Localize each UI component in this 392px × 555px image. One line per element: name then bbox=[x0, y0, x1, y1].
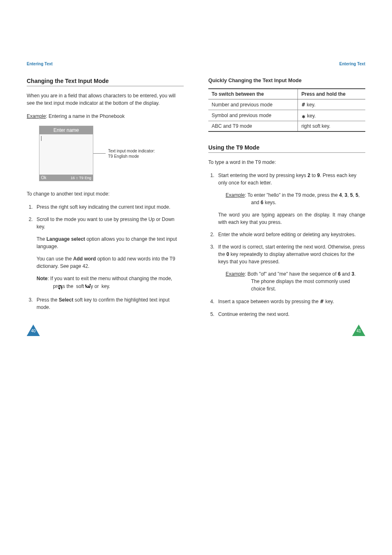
example-label: Example bbox=[27, 113, 46, 119]
heading-t9-mode: Using the T9 Mode bbox=[208, 144, 365, 153]
key-9: 9 bbox=[317, 173, 320, 178]
step-2: Scroll to the mode you want to use by pr… bbox=[34, 216, 184, 290]
mode-table: To switch between the Press and hold the… bbox=[208, 88, 365, 132]
select-bold: Select bbox=[59, 297, 73, 303]
row2-key: ✱ key. bbox=[298, 110, 365, 121]
change-intro: To change to another text input mode: bbox=[27, 190, 184, 198]
page-number-left: 40 bbox=[27, 325, 40, 336]
phone-softkey-bar: Ok 16 ↕ T9 Eng bbox=[39, 175, 93, 181]
phone-caption: Text input mode indicator: T9 English mo… bbox=[108, 148, 155, 159]
ex1-k5b: 5 bbox=[355, 192, 358, 198]
example-text: : Entering a name in the Phonebook bbox=[46, 113, 125, 119]
text-cursor bbox=[41, 136, 42, 141]
ex1-end: keys. bbox=[263, 200, 276, 205]
lang-indicator: Eng bbox=[85, 176, 91, 180]
phone-screen: Enter name Ok 16 ↕ T9 Eng bbox=[39, 126, 93, 181]
hash-key-icon: # bbox=[301, 101, 305, 108]
s1mid: to bbox=[310, 173, 317, 178]
phone-figure: Enter name Ok 16 ↕ T9 Eng Text input mod… bbox=[39, 126, 184, 181]
heading-changing-mode: Changing the Text Input Mode bbox=[27, 78, 184, 86]
row3-mode: ABC and T9 mode bbox=[208, 121, 298, 132]
ex1-k3: 3 bbox=[345, 192, 348, 198]
note-bold: Note bbox=[37, 276, 48, 281]
right-page: Entering Text Quickly Changing the Text … bbox=[208, 62, 365, 324]
updown-icon: ↕ bbox=[76, 176, 78, 180]
left-page: Entering Text Changing the Text Input Mo… bbox=[27, 62, 184, 324]
s3b: key repeatedly to display alternative wo… bbox=[218, 251, 355, 265]
caption-line2: T9 English mode bbox=[108, 154, 139, 159]
ex2a: : Both "of" and "me" have the sequence o… bbox=[245, 271, 338, 277]
key-0: 0 bbox=[226, 251, 229, 257]
ex2-and: and bbox=[341, 271, 352, 277]
page-number-right: 41 bbox=[352, 325, 365, 336]
table-header-row: To switch between the Press and hold the bbox=[208, 89, 365, 99]
t9-step-2: Enter the whole word before editing or d… bbox=[216, 231, 365, 238]
caption-line1: Text input mode indicator: bbox=[108, 149, 155, 153]
steps-list-right: Start entering the word by pressing keys… bbox=[208, 172, 365, 318]
row1-suffix: key. bbox=[305, 102, 315, 108]
ex2-k6: 6 bbox=[338, 271, 341, 277]
hash-key-icon-2: # bbox=[320, 297, 324, 306]
s1-note: The word you are typing appears on the d… bbox=[218, 211, 365, 226]
phone-title: Enter name bbox=[39, 126, 93, 134]
page-spread: Entering Text Changing the Text Input Mo… bbox=[0, 0, 392, 348]
row2-suffix: key. bbox=[306, 113, 316, 119]
callout-line bbox=[93, 153, 106, 154]
star-key-icon: ✱ bbox=[301, 113, 305, 120]
phone-body bbox=[39, 134, 93, 175]
t9-step-1: Start entering the word by pressing keys… bbox=[216, 172, 365, 226]
step-2-text: Scroll to the mode you want to use by pr… bbox=[37, 216, 175, 230]
step-1: Press the right soft key indicating the … bbox=[34, 203, 184, 211]
page-num-41: 41 bbox=[355, 329, 362, 333]
softkey-left: Ok bbox=[41, 175, 46, 180]
subheading-quick-change: Quickly Changing the Text Input Mode bbox=[208, 78, 365, 83]
row2-mode: Symbol and previous mode bbox=[208, 110, 298, 121]
row3-key: right soft key. bbox=[298, 121, 365, 132]
add-pre: You can use the bbox=[37, 256, 73, 262]
note-key2: key. bbox=[100, 283, 110, 289]
row1-key: # key. bbox=[298, 99, 365, 110]
language-select-bold: Language select bbox=[46, 236, 85, 242]
ex1-k4: 4 bbox=[339, 192, 342, 198]
step-3: Press the Select soft key to confirm the… bbox=[34, 296, 184, 311]
section-header-left: Entering Text bbox=[27, 62, 184, 66]
s1a: Start entering the word by pressing keys bbox=[218, 173, 307, 178]
ex1a: : To enter "hello" in the T9 mode, press… bbox=[245, 192, 339, 198]
example-label-2: Example bbox=[226, 271, 245, 277]
th-press: Press and hold the bbox=[298, 89, 365, 99]
page-num-40: 40 bbox=[30, 329, 37, 333]
table-row: Symbol and previous mode ✱ key. bbox=[208, 110, 365, 121]
char-count: 16 bbox=[71, 176, 75, 180]
intro-paragraph: When you are in a field that allows char… bbox=[27, 92, 184, 107]
step3-pre: Press the bbox=[37, 297, 59, 303]
ex1-k5a: 5 bbox=[350, 192, 353, 198]
add-word-bold: Add word bbox=[73, 256, 96, 262]
t9-intro: To type a word in the T9 mode: bbox=[208, 159, 365, 166]
t9-step-4: Insert a space between words by pressing… bbox=[216, 297, 365, 306]
section-header-right: Entering Text bbox=[208, 62, 365, 66]
th-switch: To switch between the bbox=[208, 89, 298, 99]
example-label-1: Example bbox=[226, 192, 245, 198]
t9-step-5: Continue entering the next word. bbox=[216, 311, 365, 318]
s4a: Insert a space between words by pressing… bbox=[218, 299, 320, 304]
example-line: Example: Entering a name in the Phoneboo… bbox=[27, 113, 184, 120]
lang-pre: The bbox=[37, 236, 46, 242]
steps-list-left: Press the right soft key indicating the … bbox=[27, 203, 184, 311]
row1-mode: Number and previous mode bbox=[208, 99, 298, 110]
t9-step-3: If the word is correct, start entering t… bbox=[216, 243, 365, 292]
table-row: ABC and T9 mode right soft key. bbox=[208, 121, 365, 132]
softkey-center: 16 ↕ T9 Eng bbox=[71, 176, 91, 180]
table-row: Number and previous mode # key. bbox=[208, 99, 365, 110]
s4b: key. bbox=[324, 299, 334, 304]
t9-indicator: T9 bbox=[79, 176, 83, 180]
